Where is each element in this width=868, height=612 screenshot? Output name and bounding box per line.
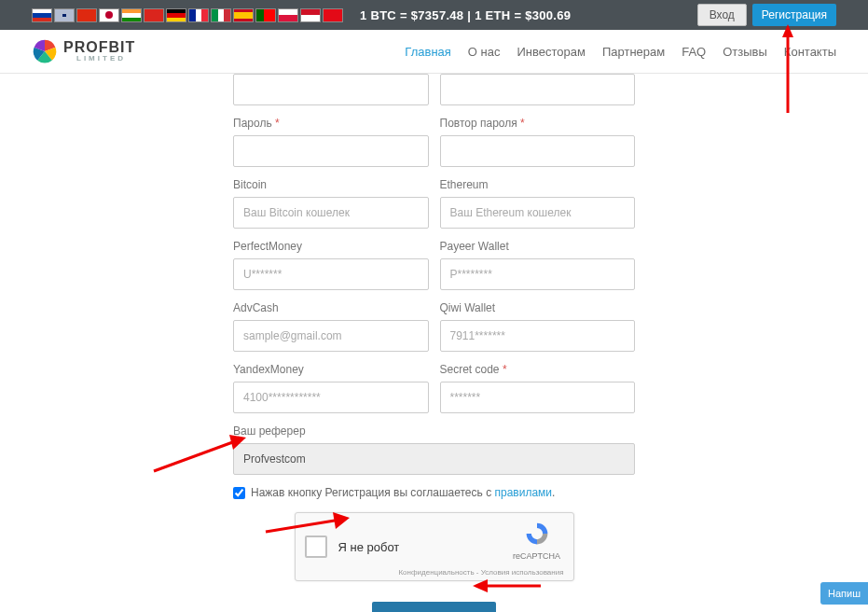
navbar: PROFBIT LIMITED Главная О нас Инвесторам… (0, 30, 868, 74)
qiwi-label: Qiwi Wallet (440, 301, 636, 314)
recaptcha-icon (524, 521, 550, 547)
agree-text: Нажав кнопку Регистрация вы соглашаетесь… (251, 486, 555, 499)
flag-cn[interactable] (76, 8, 97, 22)
flag-pt[interactable] (255, 8, 276, 22)
submit-button[interactable]: Регистрация (372, 602, 497, 612)
recaptcha-terms: Конфиденциальность - Условия использован… (398, 568, 563, 577)
yandexmoney-input[interactable] (233, 382, 429, 413)
auth-buttons: Вход Регистрация (697, 4, 836, 26)
nav-partners[interactable]: Партнерам (602, 45, 665, 59)
perfectmoney-label: PerfectMoney (233, 240, 429, 253)
logo-sub: LIMITED (76, 55, 135, 63)
register-top-button[interactable]: Регистрация (752, 4, 836, 26)
flag-vn[interactable] (144, 8, 164, 22)
secret-code-label: Secret code * (440, 363, 636, 376)
flag-jp[interactable] (99, 8, 119, 22)
bitcoin-label: Bitcoin (233, 178, 429, 191)
language-flags (32, 8, 343, 22)
flag-it[interactable] (211, 8, 231, 22)
flag-fr[interactable] (188, 8, 209, 22)
registration-form: Пароль * Повтор пароля * Bitcoin Ethereu… (0, 74, 868, 612)
agree-row: Нажав кнопку Регистрация вы соглашаетесь… (233, 486, 635, 499)
unnamed-input-right[interactable] (440, 74, 636, 105)
nav-faq[interactable]: FAQ (682, 45, 706, 59)
login-button[interactable]: Вход (697, 4, 747, 26)
referrer-label: Ваш реферер (233, 424, 635, 438)
rules-link[interactable]: правилами (494, 486, 552, 499)
ethereum-input[interactable] (440, 197, 636, 229)
logo[interactable]: PROFBIT LIMITED (32, 38, 135, 64)
ethereum-label: Ethereum (440, 178, 636, 191)
password-input[interactable] (233, 135, 429, 167)
flag-es[interactable] (233, 8, 254, 22)
nav-investors[interactable]: Инвесторам (517, 45, 585, 59)
topbar: 1 BTC = $7357.48 | 1 ETH = $300.69 Вход … (0, 0, 868, 30)
flag-pl[interactable] (278, 8, 298, 22)
flag-id[interactable] (300, 8, 321, 22)
recaptcha-label: Я не робот (338, 540, 400, 554)
nav-about[interactable]: О нас (468, 45, 501, 59)
nav-reviews[interactable]: Отзывы (723, 45, 767, 59)
advcash-label: AdvCash (233, 301, 429, 314)
flag-tr[interactable] (323, 8, 343, 22)
secret-code-input[interactable] (440, 382, 636, 413)
chat-button[interactable]: Напиш (820, 582, 868, 605)
nav-home[interactable]: Главная (405, 45, 450, 59)
payeer-input[interactable] (440, 258, 636, 290)
password-repeat-label: Повтор пароля * (440, 117, 636, 130)
yandexmoney-label: YandexMoney (233, 363, 429, 376)
recaptcha-widget[interactable]: Я не робот reCAPTCHA Конфиденциальность … (295, 512, 574, 581)
flag-de[interactable] (166, 8, 186, 22)
nav-contacts[interactable]: Контакты (784, 45, 836, 59)
logo-main: PROFBIT (63, 40, 135, 55)
logo-icon (32, 38, 58, 64)
flag-in[interactable] (121, 8, 142, 22)
advcash-input[interactable] (233, 320, 429, 352)
bitcoin-input[interactable] (233, 197, 429, 229)
referrer-display: Profvestcom (233, 443, 635, 475)
recaptcha-logo: reCAPTCHA (510, 521, 564, 561)
unnamed-input-left[interactable] (233, 74, 429, 105)
password-repeat-input[interactable] (440, 135, 636, 167)
flag-gb[interactable] (54, 8, 75, 22)
password-label: Пароль * (233, 117, 429, 130)
crypto-rates: 1 BTC = $7357.48 | 1 ETH = $300.69 (360, 8, 571, 22)
perfectmoney-input[interactable] (233, 258, 429, 290)
flag-ru[interactable] (32, 8, 52, 22)
nav-links: Главная О нас Инвесторам Партнерам FAQ О… (405, 45, 836, 59)
qiwi-input[interactable] (440, 320, 636, 352)
payeer-label: Payeer Wallet (440, 240, 636, 253)
agree-checkbox[interactable] (233, 487, 245, 499)
recaptcha-checkbox[interactable] (305, 536, 327, 558)
